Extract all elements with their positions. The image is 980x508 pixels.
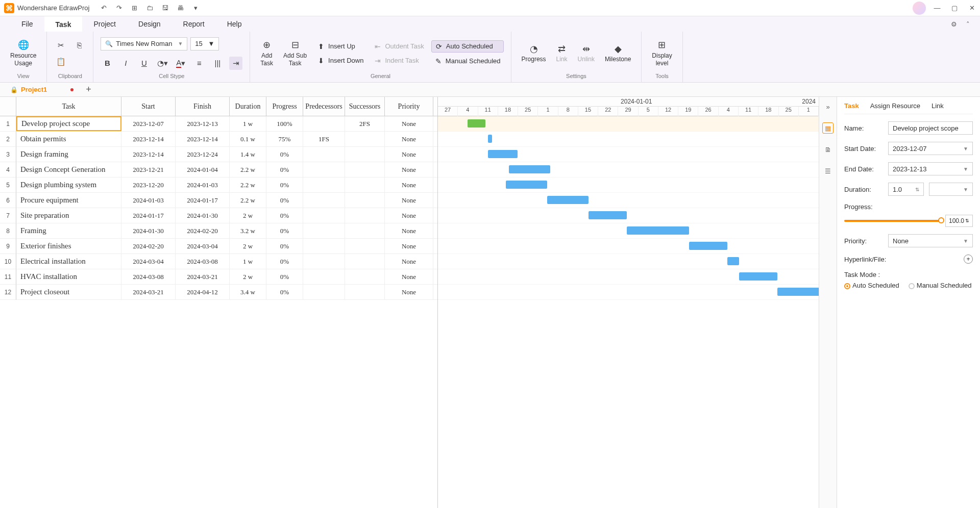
redo-icon[interactable]: ↷ xyxy=(115,4,123,12)
task-panel-icon[interactable]: ▦ xyxy=(822,122,834,134)
open-icon[interactable]: 🗀 xyxy=(145,4,154,12)
col-header-start[interactable]: Start xyxy=(121,97,176,116)
bold-button[interactable]: B xyxy=(101,57,114,70)
italic-button[interactable]: I xyxy=(119,57,132,70)
gantt-bar[interactable] xyxy=(488,135,492,143)
minimize-icon[interactable]: — xyxy=(933,4,941,12)
undo-icon[interactable]: ↶ xyxy=(100,4,108,12)
unlink-button[interactable]: ⇹Unlink xyxy=(575,41,598,65)
gantt-bar[interactable] xyxy=(727,257,739,265)
duration-input[interactable]: 1.0⇅ xyxy=(888,183,924,196)
notes-panel-icon[interactable]: 🗎 xyxy=(822,144,834,155)
gantt-bar[interactable] xyxy=(509,165,550,173)
auto-scheduled-radio[interactable]: Auto Scheduled xyxy=(844,282,899,289)
row-number[interactable]: 8 xyxy=(0,223,16,239)
table-row[interactable]: Design framing 2023-12-14 2023-12-24 1.4… xyxy=(16,147,437,162)
row-number[interactable]: 9 xyxy=(0,239,16,254)
font-size-select[interactable]: 15 ▼ xyxy=(190,37,219,50)
row-number[interactable]: 4 xyxy=(0,162,16,177)
table-row[interactable]: Exterior finishes 2024-02-20 2024-03-04 … xyxy=(16,239,437,254)
gantt-bar[interactable] xyxy=(589,211,627,219)
filter-panel-icon[interactable]: ☰ xyxy=(822,165,834,176)
indent-task-button[interactable]: ⇥Indent Task xyxy=(371,55,427,66)
underline-button[interactable]: U xyxy=(137,57,151,70)
gantt-bar[interactable] xyxy=(468,119,485,128)
display-level-button[interactable]: ⊞Display level xyxy=(649,38,675,69)
col-header-priority[interactable]: Priority xyxy=(385,97,433,116)
collapse-ribbon-icon[interactable]: ˄ xyxy=(966,20,970,28)
priority-select[interactable]: None▼ xyxy=(888,234,973,247)
col-header-predecessors[interactable]: Predecessors xyxy=(303,97,345,116)
fill-color-button[interactable]: ◔▾ xyxy=(156,57,169,70)
menu-task[interactable]: Task xyxy=(44,16,83,32)
collapse-panel-icon[interactable]: » xyxy=(822,101,834,112)
col-header-progress[interactable]: Progress xyxy=(266,97,303,116)
props-tab-task[interactable]: Task xyxy=(844,102,859,114)
row-number[interactable]: 6 xyxy=(0,193,16,208)
cut-icon[interactable]: ✂ xyxy=(54,39,67,52)
menu-help[interactable]: Help xyxy=(216,17,253,31)
add-hyperlink-button[interactable]: + xyxy=(964,255,973,264)
insert-down-button[interactable]: ⬇Insert Down xyxy=(314,55,366,66)
add-task-button[interactable]: ⊕Add Task xyxy=(257,38,276,69)
row-number[interactable]: 12 xyxy=(0,285,16,300)
start-date-input[interactable]: 2023-12-07▼ xyxy=(888,142,973,155)
columns-button[interactable]: ||| xyxy=(211,57,224,70)
wrap-button[interactable]: ⇥ xyxy=(229,57,242,70)
menu-file[interactable]: File xyxy=(10,17,44,31)
table-row[interactable]: Project closeout 2024-03-21 2024-04-12 3… xyxy=(16,285,437,300)
font-color-button[interactable]: A▾ xyxy=(174,57,187,70)
gantt-bar[interactable] xyxy=(488,150,518,158)
col-header-duration[interactable]: Duration xyxy=(230,97,266,116)
qat-more-icon[interactable]: ▾ xyxy=(191,4,200,12)
table-row[interactable]: Electrical installation 2024-03-04 2024-… xyxy=(16,254,437,269)
row-number[interactable]: 11 xyxy=(0,269,16,285)
row-number[interactable]: 2 xyxy=(0,132,16,147)
add-tab-button[interactable]: + xyxy=(86,84,91,95)
progress-value[interactable]: 100.0⇅ xyxy=(945,215,973,227)
gantt-bar[interactable] xyxy=(547,196,589,204)
table-row[interactable]: Design Concept Generation 2023-12-21 202… xyxy=(16,162,437,177)
outdent-task-button[interactable]: ⇤Outdent Task xyxy=(371,41,427,52)
table-row[interactable]: Framing 2024-01-30 2024-02-20 3.2 w 0% N… xyxy=(16,223,437,239)
link-button[interactable]: ⇄Link xyxy=(553,41,571,65)
menu-project[interactable]: Project xyxy=(82,17,127,31)
resource-usage-button[interactable]: 🌐 Resource Usage xyxy=(7,38,39,69)
table-row[interactable]: Procure equipment 2024-01-03 2024-01-17 … xyxy=(16,193,437,208)
milestone-button[interactable]: ◆Milestone xyxy=(602,41,634,65)
end-date-input[interactable]: 2023-12-13▼ xyxy=(888,162,973,175)
col-header-successors[interactable]: Successors xyxy=(345,97,385,116)
gantt-bar[interactable] xyxy=(689,242,727,250)
gantt-bar[interactable] xyxy=(627,226,689,235)
align-button[interactable]: ≡ xyxy=(192,57,206,70)
add-subtask-button[interactable]: ⊟Add Sub Task xyxy=(280,38,310,69)
row-number[interactable]: 10 xyxy=(0,254,16,269)
col-header-task[interactable]: Task xyxy=(16,97,121,116)
table-row[interactable]: Site preparation 2024-01-17 2024-01-30 2… xyxy=(16,208,437,223)
user-avatar-icon[interactable] xyxy=(913,2,926,15)
manual-scheduled-radio[interactable]: Manual Scheduled xyxy=(909,282,972,289)
progress-slider[interactable] xyxy=(844,220,941,222)
tab-project1[interactable]: 🔒 Project1 xyxy=(4,84,80,95)
table-row[interactable]: Develop project scope 2023-12-07 2023-12… xyxy=(16,116,437,132)
props-tab-link[interactable]: Link xyxy=(932,102,944,114)
gantt-bar[interactable] xyxy=(739,272,777,281)
close-icon[interactable]: ✕ xyxy=(968,4,976,12)
insert-up-button[interactable]: ⬆Insert Up xyxy=(314,41,366,52)
manual-scheduled-button[interactable]: ✎Manual Scheduled xyxy=(431,56,504,67)
auto-scheduled-button[interactable]: ⟳Auto Scheduled xyxy=(431,40,504,53)
row-number[interactable]: 5 xyxy=(0,177,16,193)
maximize-icon[interactable]: ▢ xyxy=(950,4,959,12)
progress-button[interactable]: ◔Progress xyxy=(519,41,549,65)
menu-design[interactable]: Design xyxy=(127,17,172,31)
font-family-select[interactable]: 🔍 Times New Roman ▼ xyxy=(101,37,187,50)
name-input[interactable]: Develop project scope xyxy=(888,121,973,135)
row-number[interactable]: 3 xyxy=(0,147,16,162)
new-icon[interactable]: ⊞ xyxy=(130,4,138,12)
col-header-finish[interactable]: Finish xyxy=(176,97,230,116)
row-number[interactable]: 7 xyxy=(0,208,16,223)
table-row[interactable]: Design plumbing system 2023-12-20 2024-0… xyxy=(16,177,437,193)
menu-report[interactable]: Report xyxy=(172,17,216,31)
table-row[interactable]: Obtain permits 2023-12-14 2023-12-14 0.1… xyxy=(16,132,437,147)
copy-icon[interactable]: ⎘ xyxy=(72,39,86,52)
